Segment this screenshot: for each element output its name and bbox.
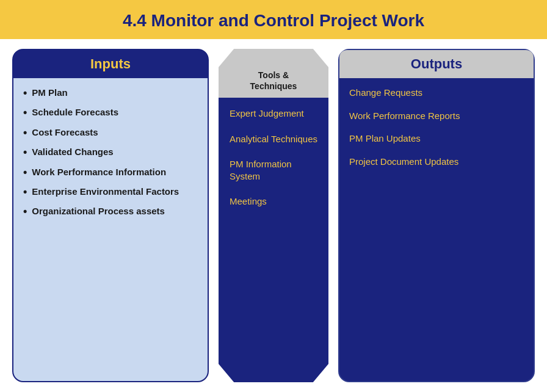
list-item: Cost Forecasts <box>23 126 198 140</box>
list-item: Change Requests <box>349 87 524 99</box>
list-item: Schedule Forecasts <box>23 106 198 120</box>
outputs-header: Outputs <box>339 50 534 78</box>
inputs-list: PM Plan Schedule Forecasts Cost Forecast… <box>13 87 208 225</box>
list-item: Validated Changes <box>23 146 198 159</box>
inputs-column: Inputs PM Plan Schedule Forecasts Cost F… <box>12 49 209 382</box>
tools-header-label: Tools &Techniques <box>250 70 297 91</box>
list-item: PM Information System <box>230 158 317 182</box>
list-item: Work Performance Reports <box>349 110 524 122</box>
tools-header: Tools &Techniques <box>219 67 328 98</box>
list-item: Analytical Techniques <box>230 133 317 145</box>
inputs-box: Inputs PM Plan Schedule Forecasts Cost F… <box>12 49 209 382</box>
outputs-list: Change Requests Work Performance Reports… <box>339 87 534 178</box>
page-wrapper: 4.4 Monitor and Control Project Work Inp… <box>0 0 547 392</box>
inputs-header: Inputs <box>13 50 208 78</box>
hex-bottom-cap <box>219 364 328 382</box>
list-item: Work Performance Information <box>23 166 198 180</box>
outputs-header-label: Outputs <box>411 56 462 71</box>
list-item: PM Plan Updates <box>349 132 524 145</box>
tools-body: Expert Judgement Analytical Techniques P… <box>219 98 328 364</box>
list-item: Meetings <box>230 195 317 208</box>
list-item: Enterprise Environmental Factors <box>23 186 198 199</box>
list-item: Expert Judgement <box>230 107 317 120</box>
page-title: 4.4 Monitor and Control Project Work <box>12 11 535 31</box>
inputs-header-label: Inputs <box>90 56 131 71</box>
main-content: Inputs PM Plan Schedule Forecasts Cost F… <box>0 39 547 392</box>
title-banner: 4.4 Monitor and Control Project Work <box>0 0 547 39</box>
outputs-column: Outputs Change Requests Work Performance… <box>338 49 535 382</box>
outputs-box: Outputs Change Requests Work Performance… <box>338 49 535 382</box>
list-item: Project Document Updates <box>349 156 524 168</box>
tools-column: Tools &Techniques Expert Judgement Analy… <box>219 49 328 382</box>
tools-hex-container: Tools &Techniques Expert Judgement Analy… <box>219 49 328 382</box>
hex-top-cap <box>219 49 328 67</box>
list-item: PM Plan <box>23 87 198 100</box>
list-item: Organizational Process assets <box>23 205 198 219</box>
